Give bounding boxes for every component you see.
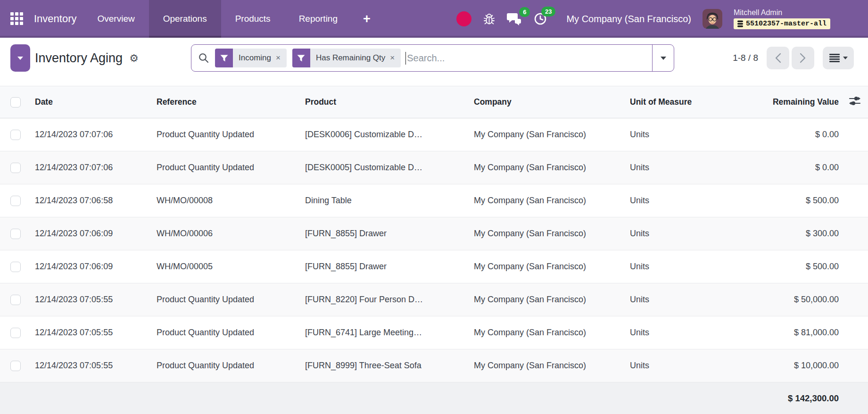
cell-reference[interactable]: Product Quantity Updated (151, 283, 299, 316)
cell-reference[interactable]: Product Quantity Updated (151, 316, 299, 349)
cell-uom[interactable]: Units (624, 316, 742, 349)
cell-product[interactable]: [FURN_8999] Three-Seat Sofa (299, 349, 468, 382)
cell-remaining-value[interactable]: $ 300.00 (742, 217, 844, 250)
cell-company[interactable]: My Company (San Francisco) (468, 349, 624, 382)
record-indicator-icon[interactable] (456, 11, 471, 26)
cell-uom[interactable]: Units (624, 217, 742, 250)
table-row[interactable]: 12/14/2023 07:05:55 Product Quantity Upd… (0, 349, 868, 382)
cell-date[interactable]: 12/14/2023 07:06:58 (29, 184, 151, 217)
cell-date[interactable]: 12/14/2023 07:05:55 (29, 316, 151, 349)
nav-item-overview[interactable]: Overview (83, 0, 149, 38)
row-checkbox[interactable] (10, 262, 21, 272)
row-checkbox[interactable] (10, 361, 21, 371)
col-company[interactable]: Company (468, 86, 624, 118)
table-row[interactable]: 12/14/2023 07:07:06 Product Quantity Upd… (0, 151, 868, 184)
user-menu[interactable]: Mitchell Admin 55102357-master-all (734, 8, 830, 29)
cell-uom[interactable]: Units (624, 118, 742, 151)
table-row[interactable]: 12/14/2023 07:05:55 Product Quantity Upd… (0, 316, 868, 349)
select-all-checkbox[interactable] (10, 97, 21, 108)
close-icon[interactable]: × (276, 53, 287, 63)
filter-chip-incoming[interactable]: Incoming × (215, 49, 287, 67)
table-row[interactable]: 12/14/2023 07:07:06 Product Quantity Upd… (0, 118, 868, 151)
row-checkbox[interactable] (10, 163, 21, 173)
activities-button[interactable]: 23 (533, 12, 547, 26)
cell-remaining-value[interactable]: $ 0.00 (742, 118, 844, 151)
cell-product[interactable]: [FURN_8855] Drawer (299, 250, 468, 283)
cell-product[interactable]: [FURN_8220] Four Person D… (299, 283, 468, 316)
row-checkbox[interactable] (10, 229, 21, 239)
column-adjust-sliders-icon[interactable] (848, 96, 861, 106)
gear-icon[interactable]: ⚙ (129, 52, 139, 64)
cell-reference[interactable]: Product Quantity Updated (151, 118, 299, 151)
messages-button[interactable]: 6 (507, 12, 522, 25)
user-avatar[interactable] (703, 9, 722, 29)
text-cursor (405, 52, 406, 65)
cell-uom[interactable]: Units (624, 184, 742, 217)
col-reference[interactable]: Reference (151, 86, 299, 118)
cell-product[interactable]: [DESK0005] Customizable D… (299, 151, 468, 184)
cell-product[interactable]: Dining Table (299, 184, 468, 217)
cell-company[interactable]: My Company (San Francisco) (468, 184, 624, 217)
pager-previous-button[interactable] (767, 47, 789, 69)
cell-date[interactable]: 12/14/2023 07:07:06 (29, 118, 151, 151)
row-checkbox[interactable] (10, 328, 21, 338)
cell-remaining-value[interactable]: $ 10,000.00 (742, 349, 844, 382)
cell-company[interactable]: My Company (San Francisco) (468, 283, 624, 316)
cell-reference[interactable]: WH/MO/00006 (151, 217, 299, 250)
search-dropdown-toggle[interactable] (652, 44, 674, 72)
debug-bug-button[interactable] (483, 13, 496, 25)
cell-product[interactable]: [DESK0006] Customizable D… (299, 118, 468, 151)
cell-product[interactable]: [FURN_8855] Drawer (299, 217, 468, 250)
nav-item-products[interactable]: Products (221, 0, 285, 38)
company-switcher[interactable]: My Company (San Francisco) (566, 14, 691, 25)
cell-remaining-value[interactable]: $ 0.00 (742, 151, 844, 184)
cell-reference[interactable]: WH/MO/00005 (151, 250, 299, 283)
cell-company[interactable]: My Company (San Francisco) (468, 151, 624, 184)
cell-uom[interactable]: Units (624, 283, 742, 316)
col-date[interactable]: Date (29, 86, 151, 118)
row-checkbox[interactable] (10, 295, 21, 305)
cell-date[interactable]: 12/14/2023 07:05:55 (29, 349, 151, 382)
app-name[interactable]: Inventory (34, 0, 77, 38)
search-input[interactable]: Search... (407, 53, 445, 64)
row-checkbox[interactable] (10, 196, 21, 206)
cell-uom[interactable]: Units (624, 349, 742, 382)
cell-reference[interactable]: Product Quantity Updated (151, 151, 299, 184)
col-product[interactable]: Product (299, 86, 468, 118)
table-row[interactable]: 12/14/2023 07:06:09 WH/MO/00005 [FURN_88… (0, 250, 868, 283)
cell-date[interactable]: 12/14/2023 07:06:09 (29, 217, 151, 250)
cell-company[interactable]: My Company (San Francisco) (468, 118, 624, 151)
table-row[interactable]: 12/14/2023 07:06:09 WH/MO/00006 [FURN_88… (0, 217, 868, 250)
cell-date[interactable]: 12/14/2023 07:06:09 (29, 250, 151, 283)
table-row[interactable]: 12/14/2023 07:05:55 Product Quantity Upd… (0, 283, 868, 316)
nav-item-operations[interactable]: Operations (149, 0, 221, 38)
action-menu-toggle[interactable] (10, 44, 30, 72)
view-switcher-button[interactable] (823, 47, 854, 69)
plus-button[interactable]: + (352, 0, 382, 38)
row-checkbox[interactable] (10, 130, 21, 140)
nav-item-reporting[interactable]: Reporting (285, 0, 352, 38)
pager-next-button[interactable] (792, 47, 814, 69)
cell-remaining-value[interactable]: $ 500.00 (742, 184, 844, 217)
cell-product[interactable]: [FURN_6741] Large Meeting… (299, 316, 468, 349)
cell-date[interactable]: 12/14/2023 07:07:06 (29, 151, 151, 184)
col-remaining-value[interactable]: Remaining Value (742, 86, 844, 118)
cell-uom[interactable]: Units (624, 151, 742, 184)
cell-remaining-value[interactable]: $ 81,000.00 (742, 316, 844, 349)
filter-chip-has-remaining-qty[interactable]: Has Remaining Qty × (292, 49, 401, 67)
cell-company[interactable]: My Company (San Francisco) (468, 316, 624, 349)
cell-date[interactable]: 12/14/2023 07:05:55 (29, 283, 151, 316)
cell-remaining-value[interactable]: $ 500.00 (742, 250, 844, 283)
cell-remaining-value[interactable]: $ 50,000.00 (742, 283, 844, 316)
cell-company[interactable]: My Company (San Francisco) (468, 217, 624, 250)
col-uom[interactable]: Unit of Measure (624, 86, 742, 118)
cell-company[interactable]: My Company (San Francisco) (468, 250, 624, 283)
cell-reference[interactable]: Product Quantity Updated (151, 349, 299, 382)
apps-menu-button[interactable] (0, 0, 34, 38)
cell-uom[interactable]: Units (624, 250, 742, 283)
table-row[interactable]: 12/14/2023 07:06:58 WH/MO/00008 Dining T… (0, 184, 868, 217)
pager-value[interactable]: 1-8 / 8 (733, 53, 758, 63)
close-icon[interactable]: × (390, 53, 401, 63)
search-bar[interactable]: Incoming × Has Remaining Qty × Search... (191, 44, 674, 72)
cell-reference[interactable]: WH/MO/00008 (151, 184, 299, 217)
